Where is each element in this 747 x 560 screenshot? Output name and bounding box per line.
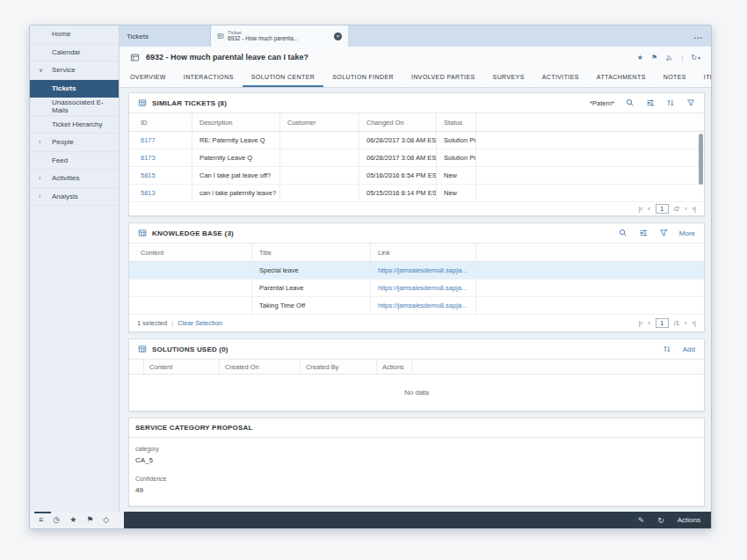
- tab-surveys[interactable]: SURVEYS: [484, 68, 533, 87]
- sidebar-item-feed[interactable]: Feed: [30, 152, 119, 171]
- sidebar-item-calendar[interactable]: Calendar: [30, 44, 119, 62]
- kb-link[interactable]: https://jamsalesdemo8.sapja...: [378, 266, 467, 274]
- filter-icon[interactable]: [686, 98, 695, 107]
- solutions-used-header-row: Content Created On Created By Actions: [129, 359, 704, 375]
- overflow-menu-icon[interactable]: ...: [685, 25, 711, 47]
- ticket-icon: [217, 33, 224, 40]
- chevron-right-icon: ›: [39, 175, 40, 181]
- sidebar-item-ticket-hierarchy[interactable]: Ticket Hierarchy: [30, 116, 119, 135]
- tab-solution-finder[interactable]: SOLUTION FINDER: [323, 68, 403, 87]
- favorites-star-icon[interactable]: ★: [69, 516, 76, 524]
- table-row[interactable]: Taking Time Off https://jamsalesdemo8.sa…: [129, 297, 704, 315]
- table-row[interactable]: 6177 RE: Paternity Leave Q 06/28/2017 3:…: [129, 132, 704, 149]
- desktop: Home Calendar ∨Service Tickets Unassocia…: [0, 0, 747, 560]
- sidebar-item-service[interactable]: ∨Service: [30, 62, 119, 80]
- search-icon[interactable]: [626, 98, 635, 107]
- sort-icon[interactable]: [666, 98, 675, 107]
- section-title: SERVICE CATEGORY PROPOSAL: [129, 418, 704, 438]
- ticket-id-link[interactable]: 5813: [141, 189, 156, 197]
- first-page-icon[interactable]: |‹: [639, 319, 642, 327]
- last-page-icon[interactable]: ›|: [693, 319, 696, 327]
- search-icon[interactable]: [619, 229, 627, 237]
- kb-link[interactable]: https://jamsalesdemo8.sapja...: [378, 302, 467, 309]
- column-header: Actions: [377, 360, 412, 374]
- column-header: Content: [129, 244, 252, 261]
- paginator: |‹ ‹ 1 /2 › ›|: [639, 204, 696, 214]
- table-settings-icon[interactable]: [646, 98, 655, 107]
- table-row[interactable]: 5813 can i take paternity leave? 05/15/2…: [129, 185, 704, 202]
- table-row[interactable]: Parental Leave https://jamsalesdemo8.sap…: [129, 280, 704, 297]
- sort-icon[interactable]: [663, 345, 671, 353]
- sidebar-item-tickets[interactable]: Tickets: [30, 80, 119, 98]
- next-page-icon[interactable]: ›: [685, 319, 687, 327]
- history-clock-icon[interactable]: ◷: [53, 516, 60, 524]
- ticket-id-link[interactable]: 6173: [141, 154, 156, 162]
- tab-involved-parties[interactable]: INVOLVED PARTIES: [403, 68, 484, 87]
- sidebar-item-people[interactable]: ›People: [30, 134, 119, 152]
- tab-interactions[interactable]: INTERACTIONS: [175, 68, 243, 87]
- knowledge-base-card: KNOWLEDGE BASE (3): [128, 222, 705, 332]
- column-header: Created On: [220, 360, 301, 374]
- ticket-id-link[interactable]: 6177: [141, 136, 156, 144]
- tab-overview[interactable]: OVERVIEW: [130, 68, 175, 87]
- table-settings-icon[interactable]: [639, 229, 648, 237]
- column-header: Description: [192, 113, 280, 131]
- chevron-down-icon: ∨: [39, 67, 43, 74]
- filter-icon[interactable]: [659, 229, 668, 237]
- favorite-star-icon[interactable]: ★: [637, 54, 643, 62]
- next-page-icon[interactable]: ›: [685, 205, 687, 213]
- first-page-icon[interactable]: |‹: [639, 205, 642, 213]
- shell-tab-ticket-6932[interactable]: Ticket 6932 - How much parenta... ×: [211, 25, 348, 47]
- table-icon: [138, 229, 147, 237]
- section-title: SOLUTIONS USED (0): [152, 345, 228, 353]
- clear-selection-button[interactable]: Clear Selection: [178, 319, 222, 327]
- field-value: CA_5: [135, 456, 698, 464]
- last-page-icon[interactable]: ›|: [693, 205, 696, 213]
- page-number-input[interactable]: 1: [656, 204, 669, 214]
- column-header: Link: [371, 244, 476, 261]
- close-icon[interactable]: ×: [334, 33, 342, 40]
- table-row[interactable]: Special leave https://jamsalesdemo8.sapj…: [129, 262, 704, 280]
- add-button[interactable]: Add: [683, 345, 695, 353]
- prev-page-icon[interactable]: ‹: [648, 205, 650, 213]
- table-row[interactable]: 5815 Can I take pat leave off? 05/16/201…: [129, 167, 704, 185]
- sync-menu-icon[interactable]: ↻▾: [691, 54, 700, 62]
- shell-tab-tickets[interactable]: Tickets: [120, 25, 211, 47]
- paginator: |‹ ‹ 1 /1 › ›|: [639, 318, 696, 328]
- list-tool-icon[interactable]: ≡: [39, 516, 43, 524]
- sidebar-item-home[interactable]: Home: [30, 25, 119, 44]
- tab-activities[interactable]: ACTIVITIES: [533, 68, 588, 87]
- solutions-used-card: SOLUTIONS USED (0) Add Content C: [128, 338, 705, 411]
- tab-solution-center[interactable]: SOLUTION CENTER: [243, 68, 324, 87]
- flag-icon[interactable]: ⚑: [651, 54, 657, 62]
- section-title: SIMILAR TICKETS (8): [152, 99, 227, 107]
- tab-attachments[interactable]: ATTACHMENTS: [588, 68, 655, 87]
- page-number-input[interactable]: 1: [656, 318, 669, 328]
- tab-items[interactable]: ITEMS: [695, 68, 712, 87]
- table-row[interactable]: 6173 Paternity Leave Q 06/28/2017 3:08 A…: [129, 149, 704, 167]
- similar-tickets-header-row: ID Description Customer Changed On Statu…: [129, 113, 704, 132]
- column-header: Status: [437, 113, 476, 131]
- ticket-icon: [130, 53, 140, 62]
- actions-button[interactable]: Actions: [678, 516, 700, 524]
- knowledge-base-header-row: Content Title Link: [129, 243, 704, 262]
- sidebar-item-activities[interactable]: ›Activities: [30, 170, 119, 188]
- feed-icon[interactable]: [665, 54, 673, 62]
- tab-notes[interactable]: NOTES: [655, 68, 695, 87]
- sidebar-item-analysis[interactable]: ›Analysis: [30, 188, 119, 207]
- ticket-id-link[interactable]: 5815: [141, 171, 156, 179]
- prev-page-icon[interactable]: ‹: [648, 319, 650, 327]
- flag-tool-icon[interactable]: ⚑: [86, 516, 93, 524]
- refresh-icon[interactable]: ↻: [657, 516, 664, 525]
- chevron-right-icon: ›: [39, 193, 40, 200]
- column-header: Title: [252, 244, 371, 261]
- vertical-scrollbar[interactable]: [699, 134, 703, 185]
- more-button[interactable]: More: [679, 229, 695, 237]
- page-total-label: /2: [674, 205, 679, 213]
- tag-tool-icon[interactable]: ◇: [103, 516, 109, 524]
- object-header: 6932 - How much parental leave can I tak…: [120, 47, 711, 88]
- separator: |: [681, 54, 683, 62]
- kb-link[interactable]: https://jamsalesdemo8.sapja...: [378, 284, 467, 292]
- sidebar-item-unassociated-emails[interactable]: Unassociated E-Mails: [30, 98, 119, 116]
- edit-pencil-icon[interactable]: ✎: [638, 516, 645, 525]
